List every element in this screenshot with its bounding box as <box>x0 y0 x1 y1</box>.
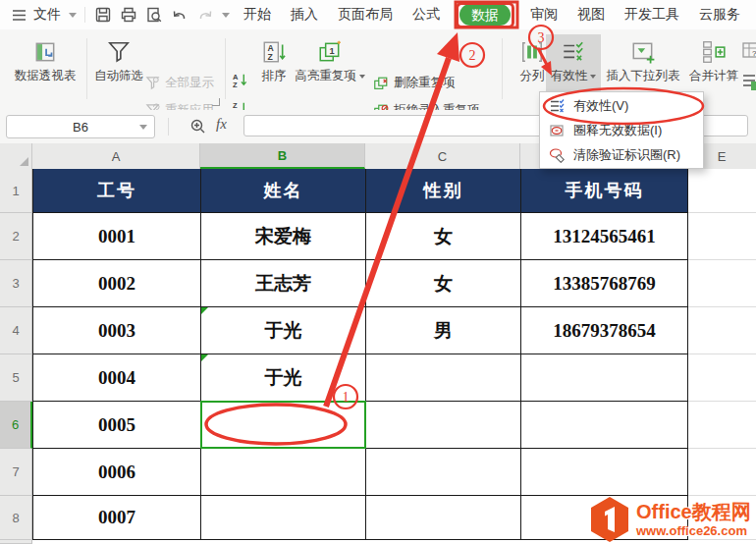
cell-E7[interactable] <box>688 449 756 496</box>
tab-insert[interactable]: 插入 <box>291 6 318 24</box>
cell-C1[interactable]: 性别 <box>366 169 521 213</box>
name-box-value: B6 <box>73 120 88 135</box>
tab-cloud[interactable]: 云服务 <box>699 6 740 24</box>
cell-C5[interactable] <box>366 354 521 402</box>
undo-icon[interactable] <box>171 0 189 29</box>
tab-page-layout[interactable]: 页面布局 <box>338 6 393 24</box>
column-header-a[interactable]: A <box>32 143 200 169</box>
consolidate-button[interactable]: 合并计算 <box>684 39 743 84</box>
cell-E6[interactable] <box>688 402 756 449</box>
file-menu-caret-icon[interactable] <box>69 0 77 29</box>
cell-A6[interactable]: 0005 <box>33 402 201 449</box>
print-icon[interactable] <box>120 0 137 29</box>
cell-D2[interactable]: 13124565461 <box>521 213 688 260</box>
sort-button[interactable]: AZ 排序 <box>253 39 295 84</box>
cell-C2[interactable]: 女 <box>366 213 521 260</box>
file-menu[interactable]: 文件 <box>33 0 61 29</box>
cell-A3[interactable]: 0002 <box>33 260 201 307</box>
cell-E2[interactable] <box>688 213 756 260</box>
cell-C4[interactable]: 男 <box>366 307 521 354</box>
redo-icon[interactable] <box>196 0 214 29</box>
cell-D1[interactable]: 手机号码 <box>521 169 688 213</box>
menu-item-circle-invalid-data[interactable]: 圈释无效数据(I) <box>540 118 703 142</box>
cell-B3[interactable]: 王志芳 <box>201 260 366 307</box>
cell-B1[interactable]: 姓名 <box>201 169 366 213</box>
cell-E1[interactable] <box>688 169 756 213</box>
row-header-3[interactable]: 3 <box>0 260 32 307</box>
sort-ascending-button[interactable]: AZ <box>232 72 248 88</box>
validation-icon <box>561 39 586 65</box>
row-header-8[interactable]: 8 <box>0 496 32 540</box>
more-commands-caret-icon[interactable] <box>222 0 230 29</box>
column-header-b[interactable]: B <box>200 143 365 169</box>
divider <box>168 118 169 136</box>
hamburger-icon[interactable] <box>11 0 27 29</box>
row-header-1[interactable]: 1 <box>0 169 32 213</box>
validation-button[interactable]: 有效性 <box>546 34 601 100</box>
row-header-7[interactable]: 7 <box>0 449 32 496</box>
cell-B7[interactable] <box>201 449 366 496</box>
cell-C7[interactable] <box>366 449 521 496</box>
cell-A8[interactable]: 0007 <box>33 496 201 540</box>
row-header-2[interactable]: 2 <box>0 213 32 260</box>
show-all-button[interactable]: 全部显示 <box>145 75 214 91</box>
insert-dropdown-list-button[interactable]: 插入下拉列表 <box>599 39 687 84</box>
cell-E5[interactable] <box>688 354 756 402</box>
show-all-label: 全部显示 <box>165 75 214 91</box>
cell-B2[interactable]: 宋爱梅 <box>201 213 366 260</box>
row-header-5[interactable]: 5 <box>0 354 32 402</box>
svg-text:1: 1 <box>329 46 334 56</box>
cell-C6[interactable] <box>366 402 521 449</box>
cell-B4[interactable]: 于光 <box>201 307 366 354</box>
cell-C8[interactable] <box>366 496 521 540</box>
cell-B8[interactable] <box>201 496 366 540</box>
clipped-toolbar-icon[interactable]: ? <box>742 41 756 61</box>
print-preview-icon[interactable] <box>145 0 163 29</box>
cell-B5[interactable]: 于光 <box>201 354 366 402</box>
tab-developer[interactable]: 开发工具 <box>624 6 679 24</box>
name-box-caret-icon <box>139 125 147 130</box>
clipped-toolbar-icon[interactable] <box>742 73 756 92</box>
cell-E3[interactable] <box>688 260 756 307</box>
tab-review[interactable]: 审阅 <box>530 6 558 24</box>
cell-D3[interactable]: 13385768769 <box>521 260 688 307</box>
auto-filter-label: 自动筛选 <box>94 68 143 84</box>
delete-duplicates-button[interactable]: 删除重复项 <box>373 75 456 91</box>
menu-item-validation[interactable]: 有效性(V) <box>540 93 703 118</box>
menu-item-clear-validation-circles[interactable]: 清除验证标识圈(R) <box>540 142 703 167</box>
consolidate-icon <box>701 39 727 65</box>
tab-view[interactable]: 视图 <box>577 6 605 24</box>
pivot-table-button[interactable]: 数据透视表 <box>7 39 83 84</box>
cell-D7[interactable] <box>521 449 688 496</box>
cell-B6-selected[interactable] <box>201 402 366 449</box>
select-all-corner[interactable] <box>0 143 32 169</box>
row-header-4[interactable]: 4 <box>0 307 32 354</box>
cell-A4[interactable]: 0003 <box>33 307 201 354</box>
cell-A7[interactable]: 0006 <box>33 449 201 496</box>
row-header-6[interactable]: 6 <box>0 402 32 449</box>
cell-A5[interactable]: 0004 <box>33 354 201 402</box>
tab-home[interactable]: 开始 <box>243 6 271 24</box>
cell-C3[interactable]: 女 <box>366 260 521 307</box>
save-icon[interactable] <box>94 0 112 29</box>
tab-formulas[interactable]: 公式 <box>412 6 440 24</box>
auto-filter-button[interactable]: 自动筛选 <box>93 39 144 84</box>
split-columns-label: 分列 <box>520 68 545 84</box>
cell-D6[interactable] <box>521 402 688 449</box>
show-all-funnel-icon <box>145 76 160 90</box>
watermark-brand: Office教程网 <box>636 502 751 521</box>
highlight-duplicates-button[interactable]: 1 高亮重复项 <box>295 39 365 84</box>
menu-bar: 文件 开始 插入 页面布局 公式 <box>0 0 756 30</box>
fx-icon[interactable]: fx <box>216 116 227 133</box>
cell-D5[interactable] <box>521 354 688 402</box>
office-tutorial-logo-icon <box>589 496 630 543</box>
name-box[interactable]: B6 <box>6 115 155 138</box>
tab-data[interactable]: 数据 <box>459 4 511 26</box>
column-header-c[interactable]: C <box>365 143 520 169</box>
zoom-formula-icon[interactable] <box>189 118 207 139</box>
cell-A1[interactable]: 工号 <box>33 169 201 213</box>
group-expand-icon[interactable] <box>212 98 220 106</box>
cell-E4[interactable] <box>688 307 756 354</box>
cell-A2[interactable]: 0001 <box>33 213 201 260</box>
cell-D4[interactable]: 18679378654 <box>521 307 688 354</box>
